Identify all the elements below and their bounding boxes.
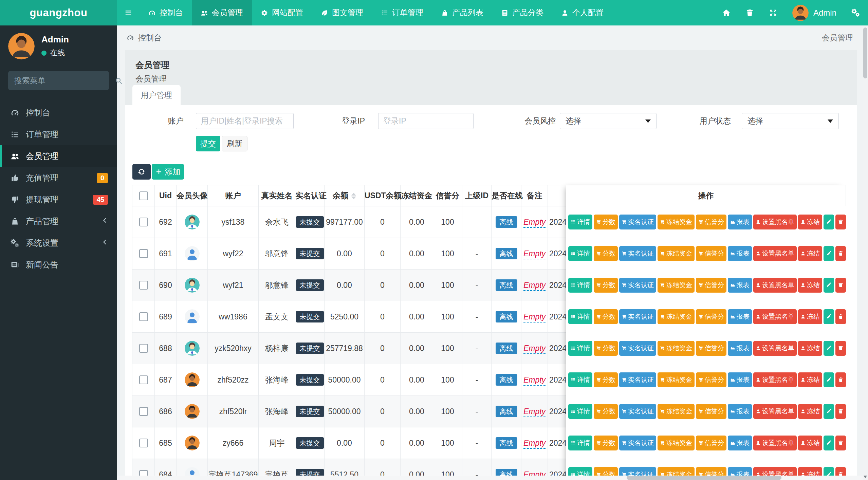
remark-editable[interactable]: Empty xyxy=(523,407,546,417)
sidebar-item-控制台[interactable]: 控制台 xyxy=(0,102,117,124)
row-checkbox[interactable] xyxy=(139,407,148,416)
action-button-信誉分[interactable]: 信誉分 xyxy=(696,309,726,324)
remark-cell[interactable]: Empty xyxy=(521,206,548,238)
login-ip-input[interactable] xyxy=(378,113,474,129)
horizontal-scrollbar[interactable] xyxy=(117,476,863,480)
select-all-checkbox[interactable] xyxy=(139,191,148,200)
action-button-设置黑名单[interactable]: 设置黑名单 xyxy=(753,278,797,293)
action-button-设置黑名单[interactable]: 设置黑名单 xyxy=(753,215,797,229)
horizontal-scrollbar-thumb[interactable] xyxy=(627,476,781,480)
action-button-报表[interactable]: 报表 xyxy=(728,309,752,324)
action-button-分数[interactable]: 分数 xyxy=(594,404,618,419)
action-button-pencil[interactable] xyxy=(824,246,834,261)
action-button-报表[interactable]: 报表 xyxy=(728,436,752,450)
vertical-scrollbar-thumb[interactable] xyxy=(863,27,867,78)
submit-button[interactable]: 提交 xyxy=(196,136,220,151)
action-button-冻结资金[interactable]: 冻结资金 xyxy=(658,246,695,261)
sidebar-item-系统设置[interactable]: 系统设置 xyxy=(0,232,117,254)
action-button-实名认证[interactable]: 实名认证 xyxy=(619,372,656,387)
action-button-冻结资金[interactable]: 冻结资金 xyxy=(658,215,695,229)
row-checkbox[interactable] xyxy=(139,312,148,321)
remark-editable[interactable]: Empty xyxy=(523,281,546,291)
remark-cell[interactable]: Empty xyxy=(521,396,548,427)
topnav-item-会员管理[interactable]: 会员管理 xyxy=(192,0,252,25)
action-button-冻结[interactable]: 冻结 xyxy=(798,341,822,356)
action-button-设置黑名单[interactable]: 设置黑名单 xyxy=(753,246,797,261)
action-button-冻结[interactable]: 冻结 xyxy=(798,215,822,229)
action-button-trash[interactable] xyxy=(835,372,846,387)
action-button-pencil[interactable] xyxy=(824,341,834,356)
refresh-button[interactable]: 刷新 xyxy=(222,136,247,151)
action-button-信誉分[interactable]: 信誉分 xyxy=(696,404,726,419)
action-button-实名认证[interactable]: 实名认证 xyxy=(619,215,656,229)
topnav-item-控制台[interactable]: 控制台 xyxy=(140,0,192,25)
action-button-冻结[interactable]: 冻结 xyxy=(798,246,822,261)
add-button[interactable]: 添加 xyxy=(152,164,184,180)
row-checkbox-cell[interactable] xyxy=(132,364,155,396)
row-checkbox-cell[interactable] xyxy=(132,333,155,364)
remark-cell[interactable]: Empty xyxy=(521,333,548,364)
row-checkbox-cell[interactable] xyxy=(132,270,155,301)
action-button-冻结资金[interactable]: 冻结资金 xyxy=(658,341,695,356)
row-checkbox-cell[interactable] xyxy=(132,427,155,459)
fullscreen-icon[interactable] xyxy=(769,8,777,17)
breadcrumb-item[interactable]: 控制台 xyxy=(138,33,162,43)
action-button-详情[interactable]: 详情 xyxy=(568,404,592,419)
settings-gears-icon[interactable] xyxy=(851,8,860,17)
action-button-冻结资金[interactable]: 冻结资金 xyxy=(658,309,695,324)
user-menu[interactable]: Admin xyxy=(792,5,836,21)
remark-editable[interactable]: Empty xyxy=(523,249,546,259)
action-button-详情[interactable]: 详情 xyxy=(568,246,592,261)
remark-editable[interactable]: Empty xyxy=(523,439,546,449)
action-button-实名认证[interactable]: 实名认证 xyxy=(619,278,656,293)
remark-editable[interactable]: Empty xyxy=(523,312,546,322)
vertical-scrollbar[interactable] xyxy=(863,25,868,480)
action-button-详情[interactable]: 详情 xyxy=(568,341,592,356)
action-button-冻结[interactable]: 冻结 xyxy=(798,436,822,450)
sidebar-item-提现管理[interactable]: 提现管理45 xyxy=(0,189,117,210)
remark-cell[interactable]: Empty xyxy=(521,364,548,396)
row-checkbox-cell[interactable] xyxy=(132,238,155,270)
action-button-trash[interactable] xyxy=(835,215,846,229)
row-checkbox[interactable] xyxy=(139,281,148,290)
action-button-信誉分[interactable]: 信誉分 xyxy=(696,372,726,387)
row-checkbox[interactable] xyxy=(139,218,148,226)
action-button-分数[interactable]: 分数 xyxy=(594,278,618,293)
action-button-信誉分[interactable]: 信誉分 xyxy=(696,278,726,293)
menu-search-input[interactable] xyxy=(14,76,115,85)
action-button-pencil[interactable] xyxy=(824,436,834,450)
topnav-item-产品分类[interactable]: 产品分类 xyxy=(492,0,552,25)
row-checkbox-cell[interactable] xyxy=(132,206,155,238)
remark-editable[interactable]: Empty xyxy=(523,375,546,386)
action-button-trash[interactable] xyxy=(835,246,846,261)
action-button-报表[interactable]: 报表 xyxy=(728,215,752,229)
topnav-item-订单管理[interactable]: 订单管理 xyxy=(372,0,432,25)
action-button-pencil[interactable] xyxy=(824,404,834,419)
table-refresh-button[interactable] xyxy=(132,164,151,180)
action-button-分数[interactable]: 分数 xyxy=(594,436,618,450)
account-search-input[interactable] xyxy=(196,113,294,129)
action-button-分数[interactable]: 分数 xyxy=(594,246,618,261)
scroll-down-arrow-icon[interactable] xyxy=(864,476,867,478)
action-button-冻结资金[interactable]: 冻结资金 xyxy=(658,436,695,450)
action-button-设置黑名单[interactable]: 设置黑名单 xyxy=(753,372,797,387)
action-button-信誉分[interactable]: 信誉分 xyxy=(696,436,726,450)
action-button-报表[interactable]: 报表 xyxy=(728,246,752,261)
sidebar-toggle-button[interactable] xyxy=(117,0,140,25)
action-button-pencil[interactable] xyxy=(824,309,834,324)
action-button-trash[interactable] xyxy=(835,309,846,324)
remark-editable[interactable]: Empty xyxy=(523,218,546,228)
action-button-报表[interactable]: 报表 xyxy=(728,372,752,387)
remark-cell[interactable]: Empty xyxy=(521,238,548,270)
action-button-详情[interactable]: 详情 xyxy=(568,436,592,450)
user-status-select[interactable]: 选择 xyxy=(742,113,839,129)
action-button-冻结[interactable]: 冻结 xyxy=(798,309,822,324)
action-button-报表[interactable]: 报表 xyxy=(728,278,752,293)
action-button-分数[interactable]: 分数 xyxy=(594,341,618,356)
action-button-设置黑名单[interactable]: 设置黑名单 xyxy=(753,404,797,419)
sidebar-item-订单管理[interactable]: 订单管理 xyxy=(0,124,117,145)
action-button-设置黑名单[interactable]: 设置黑名单 xyxy=(753,309,797,324)
action-button-信誉分[interactable]: 信誉分 xyxy=(696,341,726,356)
action-button-详情[interactable]: 详情 xyxy=(568,372,592,387)
remark-cell[interactable]: Empty xyxy=(521,270,548,301)
